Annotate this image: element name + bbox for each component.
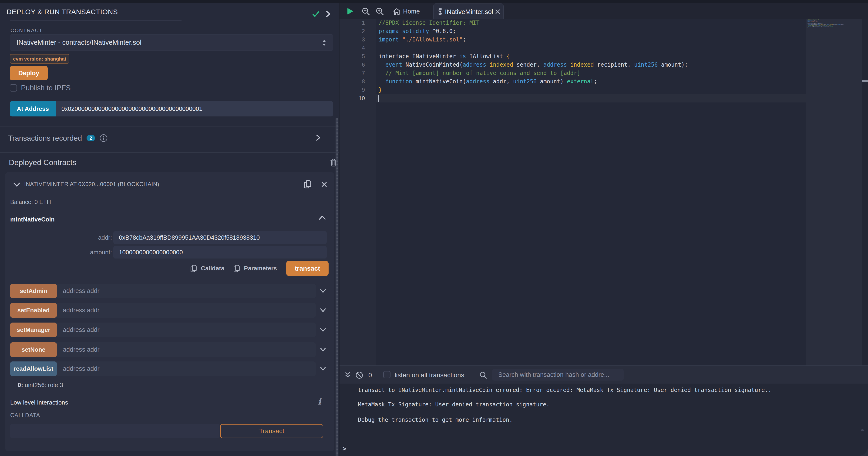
publish-ipfs-checkbox[interactable] [10, 84, 17, 91]
editor-minimap[interactable]: //SPDX-License-Identifier: MITpragma sol… [806, 19, 862, 365]
run-script-play-icon[interactable] [346, 7, 353, 16]
zoom-in-icon[interactable] [375, 7, 385, 16]
zoom-out-icon[interactable] [362, 7, 371, 16]
addr-field-input[interactable]: 0xB78cbAa319ffBD899951AA30D4320f58189383… [113, 231, 327, 244]
terminal-log-line: Debug the transaction to get more inform… [358, 417, 513, 423]
transactions-recorded-row: Transactions recorded 2 [8, 134, 107, 143]
deployed-contract-card: INATIVEMINTER AT 0X020...00001 (BLOCKCHA… [5, 172, 334, 451]
line-number: 5 [362, 52, 365, 61]
transactions-count-badge: 2 [87, 135, 95, 141]
line-number: 6 [362, 61, 365, 69]
calldata-link[interactable]: Calldata [201, 265, 224, 272]
terminal-log-line: transact to INativeMinter.mintNativeCoin… [358, 387, 771, 393]
search-icon [479, 371, 488, 379]
terminal-search-input[interactable]: Search with transaction hash or addre... [492, 369, 624, 380]
tab-label: INativeMinter.sol [445, 7, 493, 16]
at-address-button[interactable]: At Address [10, 101, 56, 116]
expand-terminal-icon[interactable] [344, 372, 351, 379]
line-number: 1 [362, 19, 365, 27]
card-collapse-chevron-icon[interactable] [12, 181, 21, 188]
low-level-transact-button[interactable]: Transact [220, 424, 323, 438]
function-row-setNone: setNoneaddress addr [10, 342, 316, 357]
expand-setEnabled-chevron-icon[interactable] [319, 307, 327, 313]
line-number: 3 [362, 35, 365, 44]
select-caret-icon [321, 38, 328, 47]
code-line: function mintNativeCoin(address addr, ui… [379, 77, 597, 86]
terminal-prompt[interactable]: > [343, 445, 346, 453]
function-row-setManager: setManageraddress addr [10, 322, 316, 337]
code-line: interface INativeMinter is IAllowList { [379, 52, 510, 61]
code-editor[interactable]: 12345678910 //SPDX-License-Identifier: M… [340, 19, 868, 365]
transactions-recorded-label: Transactions recorded [8, 134, 82, 143]
setNone-input[interactable]: address addr [63, 342, 100, 357]
copy-calldata-icon[interactable] [190, 264, 197, 273]
at-address-input[interactable]: 0x02000000000000000000000000000000000000… [56, 101, 333, 116]
setAdmin-button[interactable]: setAdmin [10, 284, 57, 298]
panel-collapse-chevron-icon[interactable] [324, 9, 332, 19]
line-number: 9 [362, 86, 365, 94]
listen-transactions-checkbox[interactable] [383, 371, 391, 378]
current-line-highlight [376, 94, 806, 103]
editor-scrollbar-thumb[interactable] [862, 80, 868, 82]
code-line: event NativeCoinMinted(address indexed s… [379, 61, 688, 69]
window-top-strip [0, 0, 868, 3]
title-underline [10, 20, 182, 21]
addr-field-label: addr: [75, 231, 112, 244]
expand-setNone-chevron-icon[interactable] [319, 346, 327, 352]
transactions-expand-chevron-icon[interactable] [315, 134, 321, 141]
deploy-button[interactable]: Deploy [10, 66, 48, 80]
info-circle-icon[interactable] [100, 134, 107, 142]
panel-scrollbar[interactable] [336, 118, 338, 456]
function-name: mintNativeCoin [10, 216, 55, 223]
code-line: // Mint [amount] number of native coins … [379, 69, 580, 77]
setNone-button[interactable]: setNone [10, 342, 57, 357]
setEnabled-button[interactable]: setEnabled [10, 303, 57, 318]
line-number: 8 [362, 77, 365, 86]
code-line: } [379, 86, 382, 94]
solidity-icon [438, 8, 443, 15]
setEnabled-input[interactable]: address addr [63, 303, 100, 318]
text-cursor [378, 95, 379, 102]
contract-label: CONTRACT [10, 27, 42, 33]
amount-field-input[interactable]: 1000000000000000000 [113, 246, 327, 258]
tab-inativeminter[interactable]: INativeMinter.sol [433, 3, 503, 19]
setManager-input[interactable]: address addr [63, 322, 100, 337]
terminal-search-placeholder: Search with transaction hash or addre... [498, 369, 609, 380]
deployed-contracts-heading: Deployed Contracts [9, 158, 76, 167]
code-line: pragma solidity ^0.8.0; [379, 27, 456, 35]
readAllowList-input[interactable]: address addr [63, 362, 100, 376]
clear-console-ban-icon[interactable] [355, 371, 363, 379]
readAllowList-button[interactable]: readAllowList [10, 362, 57, 376]
expand-setAdmin-chevron-icon[interactable] [319, 288, 327, 294]
balance-label: Balance: 0 ETH [10, 199, 51, 205]
home-icon[interactable] [393, 8, 401, 16]
code-line: import "./IAllowList.sol"; [379, 35, 466, 44]
tab-close-icon[interactable] [495, 9, 501, 15]
at-address-value: 0x02000000000000000000000000000000000000… [61, 101, 203, 116]
copy-icon[interactable] [304, 179, 312, 189]
setManager-button[interactable]: setManager [10, 322, 57, 337]
line-number: 10 [359, 94, 365, 103]
calldata-caption: CALLDATA [10, 412, 40, 419]
publish-ipfs-label: Publish to IPFS [21, 84, 71, 92]
parameters-link[interactable]: Parameters [244, 265, 277, 272]
line-number: 4 [362, 44, 365, 52]
setAdmin-input[interactable]: address addr [63, 284, 100, 298]
copy-parameters-icon[interactable] [233, 264, 240, 273]
transact-button[interactable]: transact [286, 261, 329, 276]
expand-readAllowList-chevron-icon[interactable] [319, 366, 327, 372]
info-icon[interactable]: i [318, 397, 321, 406]
close-icon[interactable] [321, 181, 327, 188]
terminal-toolbar: 0 listen on all transactions Search with… [340, 365, 868, 383]
remix-ide-app: DEPLOY & RUN TRANSACTIONS CONTRACT INati… [0, 0, 868, 456]
tab-home[interactable]: Home [403, 7, 420, 16]
low-level-calldata-input[interactable] [10, 424, 219, 438]
expand-setManager-chevron-icon[interactable] [319, 327, 327, 333]
line-number: 2 [362, 27, 365, 35]
contract-select-value: INativeMinter - contracts/INativeMinter.… [17, 34, 142, 51]
contract-select[interactable]: INativeMinter - contracts/INativeMinter.… [10, 34, 333, 51]
code-line [807, 28, 844, 29]
editor-scrollbar[interactable] [862, 19, 868, 365]
function-collapse-chevron-icon[interactable] [318, 215, 327, 221]
amount-field-value: 1000000000000000000 [119, 246, 183, 258]
